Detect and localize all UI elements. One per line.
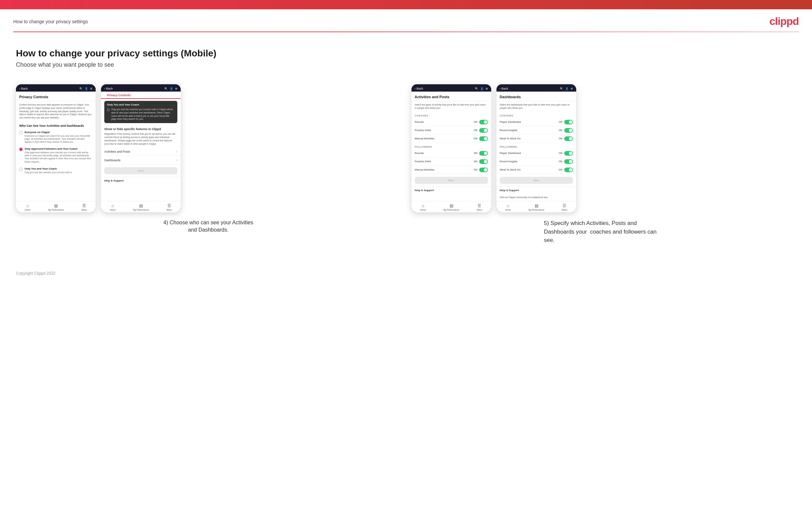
toggle-manual-coaches-switch[interactable] bbox=[479, 136, 488, 141]
drills-followers-label: Practice Drills bbox=[415, 160, 431, 163]
player-dash-coaches-label: Player Dashboard bbox=[500, 120, 521, 123]
nav-performance-1[interactable]: ▤ My Performance bbox=[48, 204, 64, 211]
performance-icon-4: ▤ bbox=[535, 204, 538, 208]
nav-menu-2[interactable]: ☰ Menu bbox=[166, 204, 172, 211]
search-icon-3[interactable]: 🔍 bbox=[475, 87, 478, 90]
toggle-manual-followers-switch[interactable] bbox=[479, 168, 488, 172]
settings-icon-4[interactable]: ⚙ bbox=[570, 87, 573, 90]
coaches-label-4: COACHES bbox=[497, 112, 576, 118]
phone-content-3: Activities and Posts Select the types of… bbox=[411, 92, 491, 201]
toggle-what-to-work-coaches-switch[interactable] bbox=[564, 136, 573, 141]
nav-home-3[interactable]: ⌂ Home bbox=[420, 204, 426, 211]
settings-icon-3[interactable]: ⚙ bbox=[486, 87, 488, 90]
save-button-3[interactable]: Save bbox=[415, 177, 488, 184]
toggle-drills-followers-switch[interactable] bbox=[479, 159, 488, 164]
radio-approved[interactable]: Only Approved Followers and Your Coach O… bbox=[16, 145, 96, 165]
nav-performance-2[interactable]: ▤ My Performance bbox=[133, 204, 149, 211]
nav-home-4[interactable]: ⌂ Home bbox=[505, 204, 511, 211]
menu-icon-3: ☰ bbox=[477, 204, 481, 208]
phone-navbar-1: ⌂ Home ▤ My Performance ☰ Menu bbox=[16, 201, 96, 212]
manual-followers-label: Manual Activities bbox=[415, 168, 435, 171]
toggle-round-insights-followers-switch[interactable] bbox=[564, 159, 573, 164]
search-icon-2[interactable]: 🔍 bbox=[164, 87, 168, 90]
list-item-dashboards[interactable]: Dashboards › bbox=[101, 156, 181, 165]
nav-performance-3[interactable]: ▤ My Performance bbox=[443, 204, 459, 211]
nav-home-2[interactable]: ⌂ Home bbox=[110, 204, 115, 211]
toggle-inner-round-insights-coaches: ON bbox=[559, 128, 572, 133]
nav-home-label-3: Home bbox=[420, 209, 426, 211]
toggle-round-insights-coaches: Round Insights ON bbox=[497, 126, 576, 135]
back-button-1[interactable]: ‹ Back bbox=[19, 87, 28, 90]
player-dash-followers-label: Player Dashboard bbox=[500, 152, 521, 155]
toggle-player-dash-coaches-switch[interactable] bbox=[564, 120, 573, 124]
rounds-coaches-label: Rounds bbox=[415, 120, 424, 123]
toggle-what-to-work-coaches: What To Work On ON bbox=[497, 135, 576, 143]
home-icon-2: ⌂ bbox=[111, 204, 114, 208]
page-subtitle: Choose what you want people to see bbox=[16, 61, 796, 68]
radio-only-you[interactable]: Only You and Your Coach Only you and the… bbox=[16, 165, 96, 176]
privacy-description: Control how you and your data appears to… bbox=[16, 101, 96, 121]
toggle-rounds-followers-switch[interactable] bbox=[479, 151, 488, 156]
privacy-tab-label[interactable]: Privacy Controls bbox=[104, 92, 134, 99]
profile-icon-2[interactable]: 👤 bbox=[170, 87, 173, 90]
round-insights-coaches-label: Round Insights bbox=[500, 129, 517, 132]
radio-circle-everyone bbox=[19, 131, 22, 134]
settings-icon-2[interactable]: ⚙ bbox=[175, 87, 177, 90]
nav-home-1[interactable]: ⌂ Home bbox=[24, 204, 30, 211]
nav-menu-label-2: Menu bbox=[166, 209, 172, 211]
toggle-what-to-work-followers: What To Work On ON bbox=[497, 166, 576, 174]
show-hide-title: Show or hide specific features in Clippd bbox=[101, 125, 181, 132]
toggle-player-dash-followers: Player Dashboard ON bbox=[497, 149, 576, 158]
toggle-inner-player-dash-coaches: ON bbox=[559, 120, 572, 124]
toggle-drills-coaches: Practice Drills ON bbox=[411, 126, 491, 135]
main-content: How to change your privacy settings (Mob… bbox=[0, 32, 812, 258]
radio-text-everyone: Everyone on Clippd Everyone on Clippd ca… bbox=[24, 131, 92, 143]
tooltip-box: Only You and Your Coach Only you and the… bbox=[104, 101, 177, 123]
performance-icon-3: ▤ bbox=[450, 204, 453, 208]
nav-menu-1[interactable]: ☰ Menu bbox=[81, 204, 87, 211]
nav-menu-label-4: Menu bbox=[562, 209, 567, 211]
toggle-inner-drills-followers: ON bbox=[473, 159, 488, 164]
section-title-privacy: Privacy Controls bbox=[16, 92, 96, 101]
toggle-rounds-followers: Rounds ON bbox=[411, 149, 491, 158]
profile-icon[interactable]: 👤 bbox=[85, 87, 88, 90]
toggle-rounds-coaches-switch[interactable] bbox=[479, 120, 488, 124]
search-icon-4[interactable]: 🔍 bbox=[560, 87, 563, 90]
nav-performance-4[interactable]: ▤ My Performance bbox=[528, 204, 544, 211]
nav-home-label-2: Home bbox=[110, 209, 115, 211]
save-button-4[interactable]: Save bbox=[500, 177, 573, 184]
phone-screen-3: ‹ Back 🔍 👤 ⚙ Activities and Posts Select… bbox=[411, 84, 491, 212]
nav-performance-label-2: My Performance bbox=[133, 209, 149, 211]
help-support-3: Help & Support bbox=[411, 186, 491, 194]
phone-screen-4: ‹ Back 🔍 👤 ⚙ Dashboards Select the dashb… bbox=[497, 84, 576, 212]
toggle-rounds-coaches: Rounds ON bbox=[411, 118, 491, 126]
nav-menu-label-3: Menu bbox=[477, 209, 482, 211]
profile-icon-4[interactable]: 👤 bbox=[565, 87, 568, 90]
nav-menu-4[interactable]: ☰ Menu bbox=[562, 204, 567, 211]
toggle-round-insights-coaches-switch[interactable] bbox=[564, 128, 573, 133]
rounds-followers-label: Rounds bbox=[415, 152, 424, 155]
toggle-what-to-work-followers-switch[interactable] bbox=[564, 168, 573, 172]
topbar-icons-3: 🔍 👤 ⚙ bbox=[475, 87, 488, 90]
toggle-inner-rounds-followers: ON bbox=[473, 151, 488, 156]
settings-icon[interactable]: ⚙ bbox=[90, 87, 92, 90]
phone-topbar-3: ‹ Back 🔍 👤 ⚙ bbox=[411, 84, 491, 92]
menu-icon-2: ☰ bbox=[167, 204, 171, 208]
profile-icon-3[interactable]: 👤 bbox=[480, 87, 484, 90]
nav-menu-3[interactable]: ☰ Menu bbox=[477, 204, 482, 211]
nav-performance-label-1: My Performance bbox=[48, 209, 64, 211]
back-button-2[interactable]: ‹ Back bbox=[104, 87, 113, 90]
nav-home-label-4: Home bbox=[505, 209, 511, 211]
save-button-2[interactable]: Save bbox=[104, 167, 177, 174]
toggle-inner-player-dash-followers: ON bbox=[559, 151, 572, 156]
radio-everyone[interactable]: Everyone on Clippd Everyone on Clippd ca… bbox=[16, 129, 96, 145]
toggle-drills-coaches-switch[interactable] bbox=[479, 128, 488, 133]
screenshot-group-2: ‹ Back 🔍 👤 ⚙ Activities and Posts Select… bbox=[411, 84, 796, 244]
toggle-player-dash-followers-switch[interactable] bbox=[564, 151, 573, 156]
search-icon[interactable]: 🔍 bbox=[80, 87, 83, 90]
menu-icon-4: ☰ bbox=[563, 204, 566, 208]
list-item-activities[interactable]: Activities and Posts › bbox=[101, 147, 181, 156]
back-button-4[interactable]: ‹ Back bbox=[500, 87, 508, 90]
back-button-3[interactable]: ‹ Back bbox=[415, 87, 423, 90]
dashboards-description: Select the dashboards that you'd like to… bbox=[497, 101, 576, 112]
